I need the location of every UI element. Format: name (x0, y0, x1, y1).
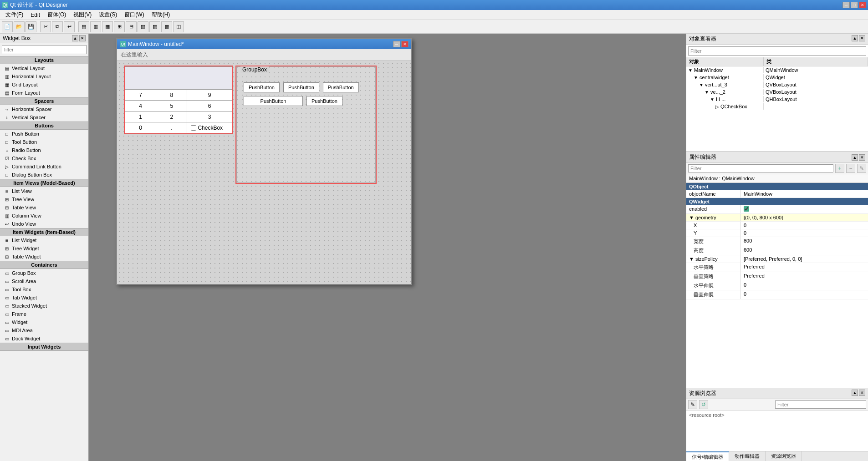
menu-edit[interactable]: Edit (27, 11, 44, 19)
item-widget[interactable]: ▭Widget (0, 318, 88, 326)
item-mdi-area[interactable]: ▭MDI Area (0, 326, 88, 334)
prop-row-height[interactable]: 高度 600 (686, 246, 868, 255)
item-column-view[interactable]: ▥Column View (0, 212, 88, 220)
menu-settings[interactable]: 设置(S) (95, 10, 121, 20)
category-item-views[interactable]: Item Views (Model-Based) (0, 179, 88, 187)
item-form-layout[interactable]: ▤Form Layout (0, 89, 88, 97)
menu-help[interactable]: 帮助(H) (148, 10, 174, 20)
minimize-button[interactable]: ─ (842, 2, 850, 8)
tb-layout7[interactable]: ▨ (149, 21, 160, 32)
item-stacked-widget[interactable]: ▭Stacked Widget (0, 302, 88, 310)
obj-row-hboxlayout[interactable]: ▼ III ... QHBoxLayout (686, 96, 868, 103)
prop-row-y[interactable]: Y 0 (686, 229, 868, 237)
item-tree-widget[interactable]: ⊞Tree Widget (0, 244, 88, 253)
res-refresh-btn[interactable]: ↺ (699, 400, 708, 409)
tab-action-editor[interactable]: 动作编辑器 (729, 451, 766, 461)
item-scroll-area[interactable]: ▭Scroll Area (0, 277, 88, 285)
item-tab-widget[interactable]: ▭Tab Widget (0, 294, 88, 302)
obj-row-mainwindow[interactable]: ▼ MainWindow QMainWindow (686, 66, 868, 74)
tb-save[interactable]: 💾 (26, 21, 36, 32)
prop-row-width[interactable]: 宽度 800 (686, 237, 868, 246)
item-dialog-button[interactable]: □Dialog Button Box (0, 171, 88, 179)
prop-row-hpolicy[interactable]: 水平策略 Preferred (686, 263, 868, 272)
item-horizontal-layout[interactable]: ▥Horizontal Layout (0, 72, 88, 81)
item-tool-button[interactable]: □Tool Button (0, 138, 88, 146)
widget-box-float[interactable]: ▲ (72, 35, 78, 41)
item-v-spacer[interactable]: ↕Vertical Spacer (0, 113, 88, 122)
prop-edit-btn[interactable]: ✎ (857, 164, 866, 173)
obj-filter-input[interactable] (688, 46, 866, 56)
menu-form[interactable]: 窗体(O) (44, 10, 70, 20)
prop-row-x[interactable]: X 0 (686, 222, 868, 229)
category-containers[interactable]: Containers (0, 261, 88, 269)
prop-row-vpolicy[interactable]: 垂直策略 Preferred (686, 272, 868, 281)
item-undo-view[interactable]: ↩Undo View (0, 220, 88, 228)
widget-box-close[interactable]: ✕ (79, 35, 86, 41)
item-h-spacer[interactable]: ↔Horizontal Spacer (0, 105, 88, 113)
obj-row-vboxlayout2[interactable]: ▼ ve..._2 QVBoxLayout (686, 88, 868, 96)
item-frame[interactable]: ▭Frame (0, 310, 88, 318)
prop-row-geometry[interactable]: ▼ geometry [(0, 0), 800 x 600] (686, 214, 868, 222)
item-tree-view[interactable]: ⊞Tree View (0, 195, 88, 203)
obj-close-btn[interactable]: ✕ (859, 35, 865, 41)
item-tool-box[interactable]: ▭Tool Box (0, 285, 88, 294)
tb-layout4[interactable]: ⊞ (114, 21, 125, 32)
menu-file[interactable]: 文件(F) (2, 10, 27, 20)
tb-layout8[interactable]: ▩ (161, 21, 172, 32)
item-table-view[interactable]: ⊟Table View (0, 203, 88, 212)
res-close-btn[interactable]: ✕ (859, 390, 865, 396)
tb-copy[interactable]: ⧉ (52, 21, 63, 32)
item-check-box[interactable]: ☑Check Box (0, 154, 88, 162)
category-spacers[interactable]: Spacers (0, 97, 88, 105)
item-table-widget[interactable]: ⊟Table Widget (0, 253, 88, 261)
prop-add-btn[interactable]: + (835, 164, 844, 173)
item-vertical-layout[interactable]: ▤Vertical Layout (0, 64, 88, 72)
prop-row-enabled[interactable]: enabled (686, 205, 868, 214)
tb-layout5[interactable]: ⊟ (126, 21, 137, 32)
prop-row-objectname[interactable]: objectName MainWindow (686, 190, 868, 198)
obj-float-btn[interactable]: ▲ (852, 35, 858, 41)
prop-filter-input[interactable] (688, 164, 833, 172)
designer-close[interactable]: ✕ (401, 41, 408, 47)
obj-row-centralwidget[interactable]: ▼ centralwidget QWidget (686, 74, 868, 81)
menu-view[interactable]: 视图(V) (70, 10, 95, 20)
res-filter-input[interactable] (775, 400, 866, 409)
obj-row-qcheckbox[interactable]: ▷ QCheckBox (686, 103, 868, 110)
tb-layout9[interactable]: ◫ (173, 21, 184, 32)
tb-layout3[interactable]: ▦ (102, 21, 113, 32)
item-list-widget[interactable]: ≡List Widget (0, 236, 88, 244)
tb-undo[interactable]: ↩ (64, 21, 75, 32)
groupbox-btn-right[interactable]: PushButton (306, 96, 342, 106)
prop-minus-btn[interactable]: − (846, 164, 855, 173)
category-input-widgets[interactable]: Input Widgets (0, 343, 88, 351)
menu-window[interactable]: 窗口(W) (121, 10, 148, 20)
obj-row-vboxlayout3[interactable]: ▼ vert...ut_3 QVBoxLayout (686, 81, 868, 88)
item-push-button[interactable]: □Push Button (0, 130, 88, 138)
groupbox-btn-wide[interactable]: PushButton (244, 96, 303, 106)
designer-canvas[interactable]: 7 8 9 4 5 6 1 2 3 (117, 61, 411, 284)
category-item-widgets[interactable]: Item Widgets (Item-Based) (0, 228, 88, 236)
designer-minimize[interactable]: ─ (393, 41, 400, 47)
item-radio-button[interactable]: ○Radio Button (0, 146, 88, 154)
tb-cut[interactable]: ✂ (40, 21, 51, 32)
item-group-box[interactable]: ▭Group Box (0, 269, 88, 277)
category-buttons[interactable]: Buttons (0, 122, 88, 130)
groupbox-btn1[interactable]: PushButton (244, 82, 280, 92)
res-float-btn[interactable]: ▲ (852, 390, 858, 396)
item-grid-layout[interactable]: ▦Grid Layout (0, 81, 88, 89)
prop-row-sizepolicy[interactable]: ▼ sizePolicy [Preferred, Preferred, 0, 0… (686, 255, 868, 263)
tab-resource-browser[interactable]: 资源浏览器 (766, 451, 802, 461)
item-dock-widget[interactable]: ▭Dock Widget (0, 334, 88, 343)
prop-float-btn[interactable]: ▲ (852, 154, 858, 161)
tb-layout1[interactable]: ▤ (78, 21, 89, 32)
grid-checkbox[interactable] (191, 125, 196, 131)
widget-filter-input[interactable] (2, 45, 87, 54)
prop-enabled-checkbox[interactable] (744, 206, 749, 212)
tb-open[interactable]: 📂 (14, 21, 25, 32)
tab-signal-slot[interactable]: 信号/槽编辑器 (686, 451, 729, 461)
prop-close-btn[interactable]: ✕ (859, 154, 865, 161)
tb-layout2[interactable]: ▥ (90, 21, 101, 32)
item-list-view[interactable]: ≡List View (0, 187, 88, 195)
groupbox-btn3[interactable]: PushButton (323, 82, 359, 92)
close-button[interactable]: ✕ (859, 2, 866, 8)
